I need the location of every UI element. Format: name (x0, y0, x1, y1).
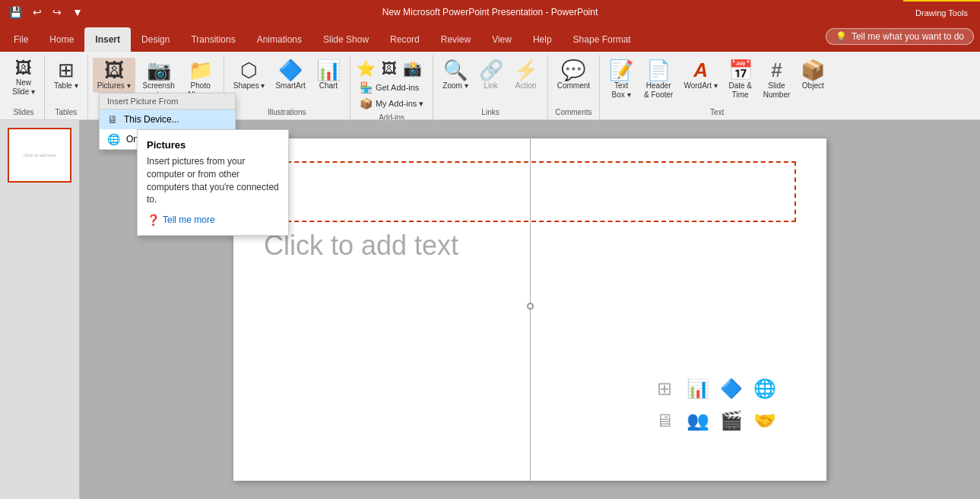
insert-online-icon[interactable]: 🌐 (750, 374, 779, 403)
illustrations-group-label: Illustrations (229, 106, 345, 119)
tooltip-body: Insert pictures from your computer or fr… (147, 155, 279, 206)
this-device-label: This Device... (124, 114, 179, 125)
ribbon-group-links: 🔍 Zoom ▾ 🔗 Link ⚡ Action Links (433, 55, 547, 119)
screenshot-icon: 📷 (147, 60, 171, 80)
slide-number-icon: # (771, 60, 782, 80)
icons-btn[interactable]: ⭐ (355, 58, 377, 79)
tab-animations[interactable]: Animations (246, 27, 312, 52)
online-pictures-icon: 🖼 (382, 60, 397, 78)
get-addins-icon: 🏪 (360, 81, 373, 94)
pictures-button[interactable]: 🖼 Pictures ▾ (93, 58, 135, 93)
chart-button[interactable]: 📊 Chart (312, 58, 345, 93)
zoom-button[interactable]: 🔍 Zoom ▾ (438, 58, 472, 93)
tab-file[interactable]: File (3, 27, 39, 52)
table-icon: ⊞ (58, 60, 75, 80)
action-icon: ⚡ (514, 60, 538, 80)
insert-picture-header: Insert Picture From (100, 94, 235, 110)
insert-people-icon[interactable]: 👥 (683, 406, 712, 435)
date-time-button[interactable]: 📅 Date &Time (724, 58, 757, 102)
help-icon: ❓ (147, 214, 160, 226)
table-button[interactable]: ⊞ Table ▾ (49, 58, 83, 93)
slides-group-content: 🖼 NewSlide ▾ (8, 55, 40, 106)
tab-transitions[interactable]: Transitions (180, 27, 246, 52)
this-device-menu-item[interactable]: 🖥 This Device... (100, 110, 235, 129)
object-button[interactable]: 📦 Object (796, 58, 829, 93)
my-addins-icon: 📦 (360, 97, 373, 110)
link-button[interactable]: 🔗 Link (474, 58, 508, 93)
shapes-icon: ⬡ (240, 60, 258, 80)
smartart-icon: 🔷 (278, 60, 303, 80)
drawing-tools-label: Drawing Tools (903, 0, 980, 24)
slides-group-label: Slides (8, 106, 40, 119)
insert-smartart-icon[interactable]: 🔷 (717, 374, 746, 403)
ribbon-group-illustrations: ⬡ Shapes ▾ 🔷 SmartArt 📊 Chart Illustrati… (224, 55, 350, 119)
undo-icon[interactable]: ↩ (30, 5, 45, 20)
comment-icon: 💬 (561, 60, 585, 80)
my-addins-button[interactable]: 📦 My Add-ins ▾ (355, 96, 428, 111)
ribbon-group-slides: 🖼 NewSlide ▾ Slides (3, 55, 45, 119)
chart-icon: 📊 (316, 60, 341, 80)
online-pictures-icon: 🌐 (107, 133, 120, 145)
lightbulb-icon: 💡 (836, 31, 847, 42)
header-footer-button[interactable]: 📄 Header& Footer (639, 58, 677, 102)
wordart-button[interactable]: A WordArt ▾ (679, 58, 722, 93)
title-bar-icons[interactable]: 💾 ↩ ↪ ▼ (6, 5, 86, 20)
action-button[interactable]: ⚡ Action (509, 58, 543, 93)
save-icon[interactable]: 💾 (6, 5, 25, 20)
links-group-label: Links (438, 106, 542, 119)
get-addins-button[interactable]: 🏪 Get Add-ins (355, 80, 423, 95)
tell-me-more-link[interactable]: ❓ Tell me more (147, 214, 279, 226)
tab-home[interactable]: Home (39, 27, 84, 52)
redo-icon[interactable]: ↪ (49, 5, 65, 20)
smartart-button[interactable]: 🔷 SmartArt (271, 58, 309, 93)
slide-thumbnail[interactable]: Click to add text (8, 128, 71, 183)
link-icon: 🔗 (479, 60, 503, 80)
slide-canvas[interactable]: Click to add text ⊞ 📊 🔷 🌐 🖥 👥 🎬 🤝 (233, 138, 826, 481)
tab-design[interactable]: Design (131, 27, 180, 52)
pictures-icon: 🖼 (104, 60, 124, 80)
slide-content-placeholder[interactable]: Click to add text (264, 230, 796, 262)
tab-review[interactable]: Review (430, 27, 481, 52)
ribbon-tabs: File Home Insert Design Transitions Anim… (0, 24, 980, 52)
tab-insert[interactable]: Insert (84, 27, 131, 52)
date-time-icon: 📅 (728, 60, 753, 80)
tab-help[interactable]: Help (522, 27, 563, 52)
insert-more-icon[interactable]: 🤝 (750, 406, 779, 435)
slide-title-placeholder[interactable] (264, 161, 796, 222)
photo-album-icon: 📁 (189, 60, 213, 80)
ribbon-group-text: 📝 TextBox ▾ 📄 Header& Footer A WordArt ▾… (600, 55, 834, 119)
text-group-label: Text (604, 106, 829, 119)
text-box-icon: 📝 (609, 60, 633, 80)
ribbon-group-addins: ⭐ 🖼 📸 🏪 Get Add-ins 📦 My Add-ins ▾ Add-i… (350, 55, 433, 119)
slide-divider-circle (527, 303, 534, 310)
insert-chart-icon[interactable]: 📊 (683, 374, 712, 403)
insert-pictures-icon[interactable]: 🖥 (650, 406, 679, 435)
wordart-icon: A (693, 60, 708, 80)
pictures-tooltip: Pictures Insert pictures from your compu… (137, 129, 289, 236)
stock-images-btn[interactable]: 📸 (401, 58, 423, 79)
customize-icon[interactable]: ▼ (69, 5, 86, 20)
insert-video-icon[interactable]: 🎬 (717, 406, 746, 435)
tab-view[interactable]: View (481, 27, 522, 52)
slide-content-icons: ⊞ 📊 🔷 🌐 🖥 👥 🎬 🤝 (650, 374, 781, 435)
icons-icon: ⭐ (357, 59, 376, 78)
tab-record[interactable]: Record (379, 27, 430, 52)
slide-thumbnail-panel: Click to add text (0, 120, 80, 499)
header-footer-icon: 📄 (646, 60, 671, 80)
comment-button[interactable]: 💬 Comment (553, 58, 595, 93)
text-box-button[interactable]: 📝 TextBox ▾ (604, 58, 638, 102)
insert-table-icon[interactable]: ⊞ (650, 374, 679, 403)
tell-me-label: Tell me what you want to do (852, 31, 964, 42)
title-bar: 💾 ↩ ↪ ▼ New Microsoft PowerPoint Present… (0, 0, 980, 24)
tell-me-input[interactable]: 💡 Tell me what you want to do (826, 28, 974, 45)
ribbon-group-tables: ⊞ Table ▾ Tables (45, 55, 88, 119)
new-slide-icon: 🖼 (15, 60, 32, 77)
shapes-button[interactable]: ⬡ Shapes ▾ (229, 58, 270, 93)
new-slide-button[interactable]: 🖼 NewSlide ▾ (8, 58, 40, 99)
slide-number-button[interactable]: # SlideNumber (759, 58, 795, 102)
online-pictures-btn[interactable]: 🖼 (379, 59, 400, 79)
tab-shapeformat[interactable]: Shape Format (563, 27, 642, 52)
tab-slideshow[interactable]: Slide Show (312, 27, 379, 52)
stock-images-icon: 📸 (403, 59, 422, 78)
tell-me-more-label: Tell me more (163, 215, 215, 225)
